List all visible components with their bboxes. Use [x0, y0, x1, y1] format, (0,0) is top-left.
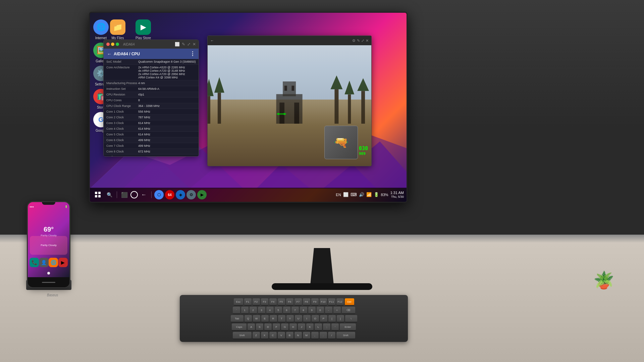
key-i: I	[303, 315, 311, 322]
svg-rect-21	[294, 103, 300, 124]
key-4: 4	[266, 307, 274, 314]
key-f2: F2	[253, 298, 260, 306]
aida-cores-value: 8	[138, 99, 196, 102]
clock: 1:31 AM Thu, 5/30	[390, 190, 404, 199]
phone-app-youtube: ▶	[58, 258, 68, 267]
taskbar-settings-icon[interactable]: ⚙	[186, 190, 196, 199]
aida-isa-value: 64-bit ARMv9-A	[138, 87, 196, 90]
outer-window-resize[interactable]: ⬜	[175, 42, 180, 47]
key-backtick: `	[233, 307, 240, 314]
aida-core3-value: 614 MHz	[138, 121, 196, 125]
taskbar-blue-app-icon[interactable]: ◈	[176, 190, 185, 199]
game-back-icon[interactable]: ←	[210, 39, 214, 43]
game-crosshair	[276, 111, 286, 118]
key-j: J	[298, 323, 305, 331]
desk-edge	[0, 235, 644, 243]
game-window-close-icon[interactable]: ✕	[366, 39, 369, 43]
phone-temperature: 69°	[28, 226, 69, 233]
outer-window-close[interactable]: ✕	[193, 42, 196, 47]
key-g: G	[281, 323, 288, 331]
aida-row-soc: SoC Model Qualcomm Snapdragon 8 Gen 3 (S…	[104, 59, 199, 65]
key-backslash: \	[345, 315, 357, 322]
game-title-left: ←	[210, 39, 214, 43]
launcher-button[interactable]	[93, 189, 103, 200]
phone-nav-dots	[28, 272, 69, 275]
svg-marker-15	[357, 78, 369, 91]
key-quote: '	[331, 323, 339, 331]
aida-row-core4: Core 4 Clock 614 MHz	[104, 126, 199, 132]
battery-percent: 83%	[381, 193, 388, 197]
outer-window-title: AIDA64	[123, 43, 135, 46]
keyboard-row-4: Caps A S D F G H J K L ; ' Enter	[183, 323, 405, 331]
aida-row-core5: Core 5 Clock 614 MHz	[104, 132, 199, 137]
search-button[interactable]: 🔍	[105, 190, 114, 199]
keyboard-row-1: Esc F1 F2 F3 F4 F5 F6 F7 F8 F9 F10 F11 F…	[183, 298, 405, 306]
circle-button[interactable]	[130, 191, 138, 198]
aida-cores-label: CPU Cores	[106, 99, 138, 102]
key-u: U	[295, 315, 302, 322]
aida-isa-label: Instruction Set	[106, 87, 138, 90]
aida-soc-value: Qualcomm Snapdragon 8 Gen 3 (SM8650)	[138, 60, 196, 63]
taskbar-chrome-icon[interactable]: ⬡	[154, 190, 164, 199]
aida-core6-label: Core 6 Clock	[106, 138, 138, 142]
game-window-edit-icon[interactable]: ✎	[357, 39, 360, 43]
play-store-shortcut[interactable]: ▶ Play Store	[136, 19, 151, 40]
aida-mfg-value: 4 nm	[138, 81, 196, 85]
key-b: B	[286, 332, 293, 339]
aida-scaling-value	[138, 156, 196, 156]
maximize-button[interactable]	[116, 43, 119, 46]
svg-marker-11	[330, 75, 342, 89]
key-f3: F3	[261, 298, 268, 306]
key-f: F	[273, 323, 280, 331]
aida-clock-range-value: 364 - 3398 MHz	[138, 104, 196, 108]
phone-screen: ●●● 🔋 69° Partly Cloudy Partly Cloudy 📞 …	[28, 202, 69, 277]
game-window-expand-icon[interactable]: ⤢	[361, 39, 364, 43]
phone-bottom-icons: 📞 👤 🌐 ▶	[28, 258, 69, 267]
key-rshift: Shift	[336, 332, 355, 339]
key-f4: F4	[269, 298, 277, 306]
key-f11: F11	[328, 298, 335, 306]
key-w: W	[253, 315, 260, 322]
aida-content: SoC Model Qualcomm Snapdragon 8 Gen 3 (S…	[104, 59, 199, 156]
game-window-controls: ⚙ ✎ ⤢ ✕	[352, 39, 369, 43]
outer-window-settings[interactable]: ✎	[182, 42, 185, 47]
keyboard: Esc F1 F2 F3 F4 F5 F6 F7 F8 F9 F10 F11 F…	[180, 295, 408, 342]
game-window: ← ⚙ ✎ ⤢ ✕	[207, 36, 372, 166]
aida-menu-icon[interactable]: ⋮	[190, 51, 195, 57]
aida-mfg-label: Manufacturing Process	[106, 81, 138, 85]
key-r: R	[270, 315, 277, 322]
back-button[interactable]: ←	[139, 190, 149, 199]
plant-emoji: 🪴	[593, 271, 614, 290]
sidebar-item-internet[interactable]: 🌐 Internet	[93, 19, 109, 40]
taskbar-red-app-icon[interactable]: 64	[165, 190, 174, 199]
aida-row-core1: Core 1 Clock 556 MHz	[104, 109, 199, 115]
keyboard-row-2: ` 1 2 3 4 5 6 7 8 9 0 - = ⌫	[183, 307, 405, 314]
game-window-settings-icon[interactable]: ⚙	[352, 39, 356, 43]
network-icon: 📶	[366, 192, 372, 197]
my-files-shortcut[interactable]: 📁 My Files	[110, 19, 125, 40]
my-files-icon: 📁	[110, 19, 125, 35]
minimize-button[interactable]	[111, 43, 114, 46]
game-ammo-display: 030 989	[359, 145, 368, 156]
aida-core-arch-value-1: 2x ARM Cortex-A520 @ 2265 MHz4x ARM Cort…	[138, 66, 196, 79]
chromeos-desktop: 🔍 ⬛ ← ⬡ 64 ◈ ⚙ ▶ EN ⬜ ⌨ 🔊 📶 🔋 83%	[90, 13, 407, 202]
aida-back-icon[interactable]: ←	[107, 51, 112, 57]
phone-widget-text: Partly Cloudy	[41, 244, 57, 247]
outer-window-expand[interactable]: ⤢	[187, 42, 191, 47]
game-title-bar: ← ⚙ ✎ ⤢ ✕	[208, 36, 371, 45]
key-rbracket: ]	[337, 315, 344, 322]
taskbar-play-icon[interactable]: ▶	[197, 190, 207, 199]
key-d: D	[264, 323, 272, 331]
key-enter: Enter	[340, 323, 356, 331]
key-m: M	[303, 332, 310, 339]
aida-core1-label: Core 1 Clock	[106, 110, 138, 113]
game-viewport[interactable]: 🔫 030 989	[208, 45, 371, 166]
aida-core3-label: Core 3 Clock	[106, 121, 138, 125]
aida-header-left: ← AIDA64 / CPU	[107, 51, 140, 57]
phone-app-contacts: 👤	[39, 258, 49, 267]
close-button[interactable]	[106, 43, 110, 46]
key-tab: Tab	[231, 315, 244, 322]
windows-button[interactable]: ⬛	[120, 190, 129, 199]
svg-marker-13	[344, 80, 354, 94]
phone-home-indicator	[42, 282, 55, 283]
